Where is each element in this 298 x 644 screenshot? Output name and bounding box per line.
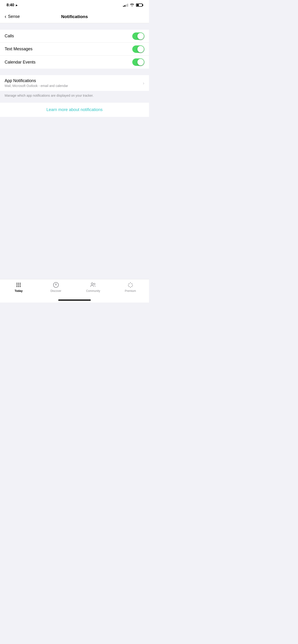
status-time: 8:40 ► (7, 3, 18, 8)
svg-point-17 (128, 285, 129, 286)
calls-toggle[interactable] (132, 32, 144, 40)
tab-premium-label: Premium (125, 289, 136, 292)
back-label: Sense (8, 14, 20, 19)
svg-point-0 (17, 283, 18, 284)
tab-premium[interactable]: Premium (112, 282, 149, 292)
section-spacer-mid (0, 68, 149, 75)
nav-header: ‹ Sense Notifications (0, 10, 149, 23)
discover-icon (53, 282, 59, 288)
learn-more-container: Learn more about notifications (0, 103, 149, 117)
community-icon (90, 282, 96, 288)
premium-icon (127, 282, 134, 288)
svg-point-12 (91, 283, 93, 285)
tab-today[interactable]: Today (0, 282, 37, 292)
location-icon: ► (15, 4, 18, 7)
tab-bar: Today Discover Community (0, 279, 149, 298)
time-display: 8:40 (7, 3, 14, 8)
app-notifications-row[interactable]: App Notifications Mail, Microsoft Outloo… (0, 75, 149, 91)
svg-point-5 (20, 284, 21, 285)
status-icons (123, 3, 143, 7)
calendar-events-label: Calendar Events (5, 60, 36, 65)
svg-point-11 (56, 284, 56, 285)
svg-marker-10 (55, 283, 57, 285)
svg-point-8 (20, 286, 21, 287)
learn-more-link[interactable]: Learn more about notifications (47, 107, 103, 112)
svg-point-14 (130, 282, 131, 283)
tab-today-label: Today (15, 289, 23, 292)
signal-icon (123, 4, 128, 7)
svg-point-20 (131, 286, 132, 287)
calls-row: Calls (0, 30, 149, 43)
notification-toggles-group: Calls Text Messages Calendar Events (0, 30, 149, 68)
status-bar: 8:40 ► (0, 0, 149, 10)
toggle-knob (137, 33, 144, 40)
svg-point-3 (17, 284, 18, 285)
toggle-knob (137, 46, 144, 52)
text-messages-toggle[interactable] (132, 46, 144, 53)
today-icon (15, 282, 22, 288)
svg-point-18 (132, 285, 133, 286)
svg-point-16 (131, 283, 132, 284)
svg-point-13 (94, 283, 95, 285)
app-notifications-group: App Notifications Mail, Microsoft Outloo… (0, 75, 149, 91)
svg-point-1 (18, 283, 19, 284)
svg-point-6 (17, 286, 18, 287)
tab-discover[interactable]: Discover (37, 282, 75, 292)
battery-icon (136, 4, 143, 7)
svg-point-4 (18, 284, 19, 285)
tab-community[interactable]: Community (75, 282, 112, 292)
wifi-icon (130, 3, 134, 7)
back-chevron-icon: ‹ (5, 14, 6, 19)
svg-point-15 (129, 283, 130, 284)
main-content-spacer (0, 117, 149, 279)
info-text: Manage which app notifications are displ… (5, 94, 94, 97)
app-notifications-title: App Notifications (5, 78, 140, 83)
page-title: Notifications (61, 14, 88, 19)
app-notifications-subtitle: Mail, Microsoft Outlook - email and cale… (5, 84, 140, 88)
back-button[interactable]: ‹ Sense (5, 14, 20, 19)
home-bar (58, 300, 91, 301)
text-messages-label: Text Messages (5, 46, 33, 52)
app-notifications-text: App Notifications Mail, Microsoft Outloo… (5, 78, 140, 88)
section-spacer-top (0, 23, 149, 30)
calendar-events-toggle[interactable] (132, 58, 144, 66)
svg-point-21 (130, 287, 131, 288)
tab-discover-label: Discover (50, 289, 61, 292)
svg-point-7 (18, 286, 19, 287)
text-messages-row: Text Messages (0, 43, 149, 56)
calls-label: Calls (5, 34, 14, 38)
svg-point-2 (20, 283, 21, 284)
info-text-container: Manage which app notifications are displ… (0, 91, 149, 103)
toggle-knob (137, 59, 144, 65)
chevron-right-icon: › (143, 80, 144, 86)
home-indicator (0, 298, 149, 302)
tab-community-label: Community (86, 289, 100, 292)
svg-point-19 (129, 286, 130, 287)
calendar-events-row: Calendar Events (0, 56, 149, 68)
